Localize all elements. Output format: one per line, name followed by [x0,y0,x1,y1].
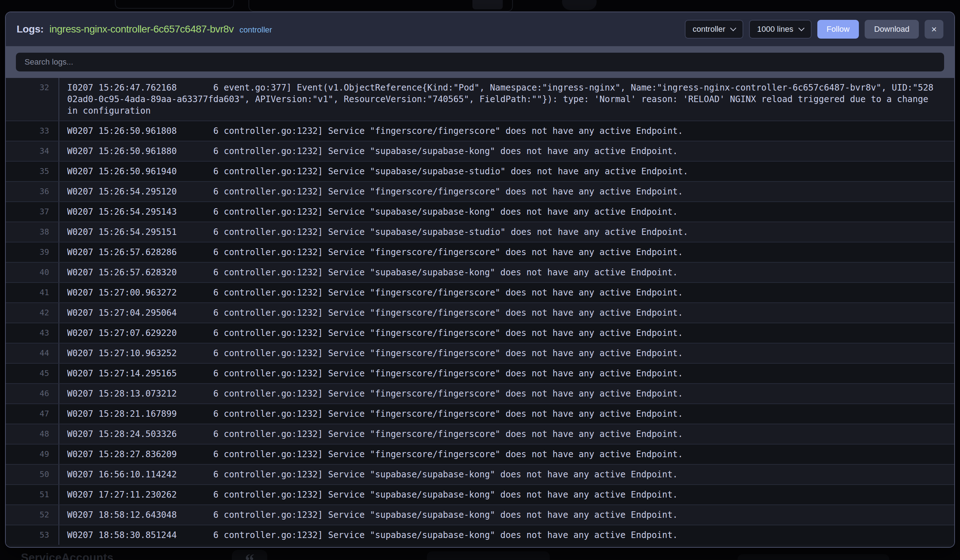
background-avatar-hint [562,0,597,10]
log-row: 41 W0207 15:27:00.963272 6 controller.go… [6,282,954,302]
search-strip [6,46,954,78]
log-line-text: W0207 15:28:24.503326 6 controller.go:12… [59,424,954,444]
pod-name: ingress-nginx-controller-6c657c6487-bvr8… [50,24,234,35]
log-row: 45 W0207 15:27:14.295165 6 controller.go… [6,363,954,383]
container-tag: controller [240,25,272,35]
log-line-text: W0207 15:27:14.295165 6 controller.go:12… [59,364,954,383]
log-row: 51 W0207 17:27:11.230262 6 controller.go… [6,484,954,504]
log-row: 44 W0207 15:27:10.963252 6 controller.go… [6,343,954,363]
log-row: 36 W0207 15:26:54.295120 6 controller.go… [6,181,954,201]
log-line-number: 42 [6,303,59,322]
log-line-text: W0207 15:28:21.167899 6 controller.go:12… [59,404,954,424]
log-line-text: W0207 15:27:00.963272 6 controller.go:12… [59,283,954,302]
log-line-number: 46 [6,384,59,404]
log-row: 40 W0207 15:26:57.628320 6 controller.go… [6,262,954,282]
logs-modal-header: Logs: ingress-nginx-controller-6c657c648… [6,12,954,46]
log-line-text: W0207 15:26:50.961808 6 controller.go:12… [59,121,954,141]
log-line-number: 44 [6,343,59,363]
log-line-number: 43 [6,323,59,343]
log-line-text: W0207 18:58:12.643048 6 controller.go:12… [59,505,954,525]
log-row: 42 W0207 15:27:04.295064 6 controller.go… [6,302,954,322]
log-row: 33 W0207 15:26:50.961808 6 controller.go… [6,121,954,141]
log-line-text: W0207 16:56:10.114242 6 controller.go:12… [59,465,954,484]
background-button-outline [115,0,234,9]
log-line-text: W0207 15:26:54.295120 6 controller.go:12… [59,182,954,201]
log-line-number: 34 [6,142,59,161]
log-line-number: 52 [6,505,59,525]
background-card-hint [427,551,550,560]
follow-button[interactable]: Follow [818,20,859,38]
log-line-text: W0207 15:27:04.295064 6 controller.go:12… [59,303,954,322]
log-line-number: 40 [6,263,59,282]
logs-modal: Logs: ingress-nginx-controller-6c657c648… [5,11,955,548]
logs-title-group: Logs: ingress-nginx-controller-6c657c648… [17,24,272,35]
log-line-text: W0207 15:26:57.628286 6 controller.go:12… [59,243,954,262]
log-line-text: W0207 15:26:50.961940 6 controller.go:12… [59,162,954,181]
background-kbd-hint [472,0,503,10]
log-row: 38 W0207 15:26:54.295151 6 controller.go… [6,222,954,242]
log-row: 53 W0207 18:58:30.851244 6 controller.go… [6,525,954,545]
header-controls: controller 1000 lines Follow Download × [685,20,943,38]
download-button[interactable]: Download [865,20,919,38]
log-row: 48 W0207 15:28:24.503326 6 controller.go… [6,424,954,444]
log-row: 52 W0207 18:58:12.643048 6 controller.go… [6,504,954,525]
background-quote-icon: “ [232,550,267,560]
log-line-number: 39 [6,243,59,262]
close-button[interactable]: × [925,20,943,38]
log-line-number: 49 [6,445,59,464]
log-row: 39 W0207 15:26:57.628286 6 controller.go… [6,242,954,262]
log-line-text: W0207 15:27:07.629220 6 controller.go:12… [59,323,954,343]
log-line-number: 45 [6,364,59,383]
log-line-number: 38 [6,222,59,242]
log-row: 43 W0207 15:27:07.629220 6 controller.go… [6,322,954,343]
container-select[interactable]: controller [685,20,743,38]
log-row: 49 W0207 15:28:27.836209 6 controller.go… [6,444,954,464]
log-line-number: 48 [6,424,59,444]
background-serviceaccounts-label: ServiceAccounts [21,551,114,560]
log-line-number: 47 [6,404,59,424]
log-area[interactable]: 32 I0207 15:26:47.762168 6 event.go:377]… [6,78,954,547]
container-select-value: controller [693,24,725,34]
log-line-number: 36 [6,182,59,201]
log-line-number: 50 [6,465,59,484]
log-line-text: W0207 15:27:10.963252 6 controller.go:12… [59,343,954,363]
log-line-text: W0207 15:26:50.961880 6 controller.go:12… [59,142,954,161]
log-row: 35 W0207 15:26:50.961940 6 controller.go… [6,161,954,181]
log-line-number: 53 [6,525,59,545]
logs-title-label: Logs: [17,24,44,35]
log-line-number: 33 [6,121,59,141]
log-line-text: W0207 15:28:13.073212 6 controller.go:12… [59,384,954,404]
log-line-number: 35 [6,162,59,181]
lines-select-value: 1000 lines [757,24,793,34]
log-line-text: W0207 15:28:27.836209 6 controller.go:12… [59,445,954,464]
log-line-text: I0207 15:26:47.762168 6 event.go:377] Ev… [59,78,954,121]
log-row: 47 W0207 15:28:21.167899 6 controller.go… [6,404,954,424]
log-row: 32 I0207 15:26:47.762168 6 event.go:377]… [6,78,954,121]
log-line-text: W0207 17:27:11.230262 6 controller.go:12… [59,485,954,504]
log-line-text: W0207 15:26:57.628320 6 controller.go:12… [59,263,954,282]
log-line-number: 41 [6,283,59,302]
lines-select[interactable]: 1000 lines [749,20,811,38]
chevron-down-icon [730,25,736,31]
log-line-number: 37 [6,202,59,222]
log-row: 50 W0207 16:56:10.114242 6 controller.go… [6,464,954,484]
log-line-text: W0207 15:26:54.295151 6 controller.go:12… [59,222,954,242]
chevron-down-icon [798,25,804,31]
background-card-hint-2 [738,554,889,560]
log-line-number: 51 [6,485,59,504]
log-line-text: W0207 15:26:54.295143 6 controller.go:12… [59,202,954,222]
log-line-text: W0207 18:58:30.851244 6 controller.go:12… [59,525,954,545]
log-row: 37 W0207 15:26:54.295143 6 controller.go… [6,201,954,222]
log-row: 46 W0207 15:28:13.073212 6 controller.go… [6,383,954,404]
log-row: 34 W0207 15:26:50.961880 6 controller.go… [6,141,954,161]
log-line-number: 32 [6,78,59,121]
search-input[interactable] [16,53,944,72]
